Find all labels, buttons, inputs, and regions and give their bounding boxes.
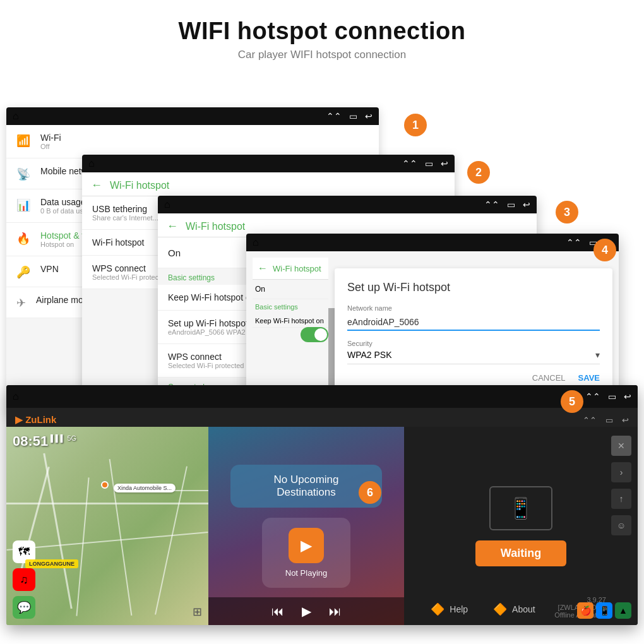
not-playing-text: Not Playing — [285, 568, 327, 578]
emoji-btn[interactable]: ☺ — [611, 515, 631, 535]
app-icons-row: 🍎 📱 ▲ — [577, 602, 631, 619]
grid-icon[interactable]: ⊞ — [193, 605, 202, 619]
dialog-actions: CANCEL SAVE — [347, 373, 600, 383]
step-badge-4: 4 — [593, 239, 616, 261]
map-overlay: Xinda Automobile S... — [6, 427, 208, 625]
bottom-buttons: 🔶 Help 🔶 About — [404, 602, 562, 616]
home-icon-5: ⌂ — [13, 391, 19, 402]
music-play-icon: ▶ — [289, 528, 324, 563]
next-button[interactable]: ⏭ — [329, 604, 342, 619]
android-bar-2: ⌂ ⌃⌃▭↩ — [82, 155, 455, 172]
save-button[interactable]: SAVE — [578, 373, 600, 383]
vpn-icon: 🔑 — [16, 265, 30, 279]
square-icon-6: ▭ — [605, 415, 613, 425]
up-btn[interactable]: ↑ — [611, 489, 631, 509]
messages-icon[interactable]: 💬 — [13, 596, 35, 619]
home-icon-2: ⌂ — [88, 158, 95, 169]
playback-bar: ⏮ ▶ ⏭ — [208, 597, 404, 625]
screen5-zulink: ⌂ ⌃⌃▭↩ ▶ ZuLink ⌃⌃ ▭ ↩ Xinda Automobile … — [6, 385, 638, 625]
close-button[interactable]: ✕ — [611, 436, 631, 456]
chevron-up-icon: ⌃⌃ — [583, 415, 597, 425]
ios-icon[interactable]: 📱 — [596, 602, 612, 619]
page-header: WIFI hotspot connection Car player WIFI … — [0, 0, 644, 68]
data-icon: 📊 — [16, 198, 30, 212]
time-badge: 08:51 — [13, 433, 48, 450]
phone-icon: 📱 — [489, 486, 552, 530]
step-badge-3: 3 — [556, 201, 578, 224]
chevron-icon-2: ⌃⌃ — [402, 158, 417, 169]
step-badge-2: 2 — [467, 161, 490, 184]
screen3-title: Wi-Fi hotspot — [186, 221, 245, 232]
hotspot-icon: 🔥 — [16, 232, 30, 246]
network-name-input[interactable] — [347, 314, 600, 331]
about-label: About — [512, 604, 535, 614]
signal-icon: 📡 — [16, 167, 30, 181]
square-icon-2: ▭ — [425, 158, 433, 169]
home-icon-3: ⌂ — [164, 199, 170, 210]
cancel-button[interactable]: CANCEL — [532, 373, 566, 383]
chevron-icon-3: ⌃⌃ — [484, 200, 499, 210]
help-icon: 🔶 — [431, 602, 444, 616]
toggle-on-4 — [301, 327, 328, 342]
back-icon: ↩ — [365, 111, 373, 121]
step-badge-1: 1 — [404, 114, 427, 136]
back-icon-5: ↩ — [624, 391, 631, 402]
zulink-logo: ▶ ZuLink — [15, 414, 56, 426]
music-icon[interactable]: ♫ — [13, 568, 35, 591]
screen4-basic: Basic settings — [253, 299, 328, 314]
security-value: WPA2 PSK — [347, 350, 392, 360]
android-bar-4: ⌂ ⌃⌃▭↩ — [246, 234, 619, 251]
back-arrow-3[interactable]: ← — [167, 220, 178, 233]
step-badge-6: 6 — [359, 481, 381, 504]
chevron-icon-5: ⌃⌃ — [585, 391, 600, 402]
square-icon-3: ▭ — [507, 200, 515, 210]
help-button[interactable]: 🔶 Help — [431, 602, 468, 616]
step-badge-5: 5 — [561, 390, 583, 413]
map-panel: Xinda Automobile S... 08:51 ▌▌▌ 5G 🗺 ♫ 💬… — [6, 427, 208, 625]
signal-badge: ▌▌▌ 5G — [51, 434, 76, 442]
not-playing-card: ▶ Not Playing — [262, 518, 350, 588]
help-label: Help — [450, 604, 468, 614]
zulink-nav: ⌃⌃ ▭ ↩ — [583, 415, 629, 425]
chevron-icon-4: ⌃⌃ — [566, 237, 581, 247]
dropdown-icon[interactable]: ▾ — [595, 350, 600, 360]
airplane-icon: ✈ — [16, 296, 26, 310]
page-subtitle: Car player WIFI hotspot connection — [0, 49, 644, 61]
prev-button[interactable]: ⏮ — [271, 604, 284, 619]
back-icon-2: ↩ — [441, 158, 448, 169]
page-title: WIFI hotspot connection — [0, 18, 644, 45]
square-icon: ▭ — [349, 111, 357, 121]
on-label: On — [168, 247, 181, 258]
zulink-right-panel: 📱 Waiting — [404, 427, 638, 625]
screen4-on-row: On — [253, 280, 328, 299]
about-icon: 🔶 — [493, 602, 507, 616]
screen2-topbar: ← Wi-Fi hotspot — [82, 172, 455, 196]
play-button[interactable]: ▶ — [302, 604, 311, 619]
carplay-icon[interactable]: 🍎 — [577, 602, 593, 619]
screen4-bg-title: Wi-Fi hotspot — [273, 264, 321, 273]
about-button[interactable]: 🔶 About — [493, 602, 535, 616]
side-buttons: ✕ › ↑ ☺ — [611, 436, 631, 535]
location-dot — [101, 481, 109, 489]
android-bar-5: ⌂ ⌃⌃▭↩ — [6, 385, 638, 408]
chevron-right-btn[interactable]: › — [611, 462, 631, 482]
back-arrow-4: ← — [258, 263, 268, 274]
menu-wifi[interactable]: 📶 Wi-FiOff — [6, 125, 379, 158]
network-name-label: Network name — [347, 304, 600, 312]
map-apps: 🗺 ♫ 💬 — [13, 540, 35, 619]
android-bar-3: ⌂ ⌃⌃▭↩ — [158, 196, 537, 213]
carplay-center: No Upcoming Destinations ▶ Not Playing — [208, 427, 404, 625]
back-arrow-2[interactable]: ← — [91, 179, 102, 192]
home-icon: ⌂ — [13, 110, 19, 122]
screen2-title: Wi-Fi hotspot — [110, 180, 169, 191]
waiting-button[interactable]: Waiting — [475, 540, 566, 566]
wifi-icon: 📶 — [16, 134, 30, 148]
back-icon-3: ↩ — [523, 200, 530, 210]
dialog-title: Set up Wi-Fi hotspot — [347, 281, 600, 294]
double-chevron-icon: ⌃⌃ — [326, 111, 342, 121]
screen4-keep: Keep Wi-Fi hotspot on — [253, 314, 328, 328]
signal-bars: ▌▌▌ — [51, 434, 65, 442]
no-destinations-card: No Upcoming Destinations — [230, 465, 382, 508]
android-auto-icon[interactable]: ▲ — [615, 602, 631, 619]
nav-icons-1: ⌃⌃ ▭ ↩ — [326, 111, 373, 121]
